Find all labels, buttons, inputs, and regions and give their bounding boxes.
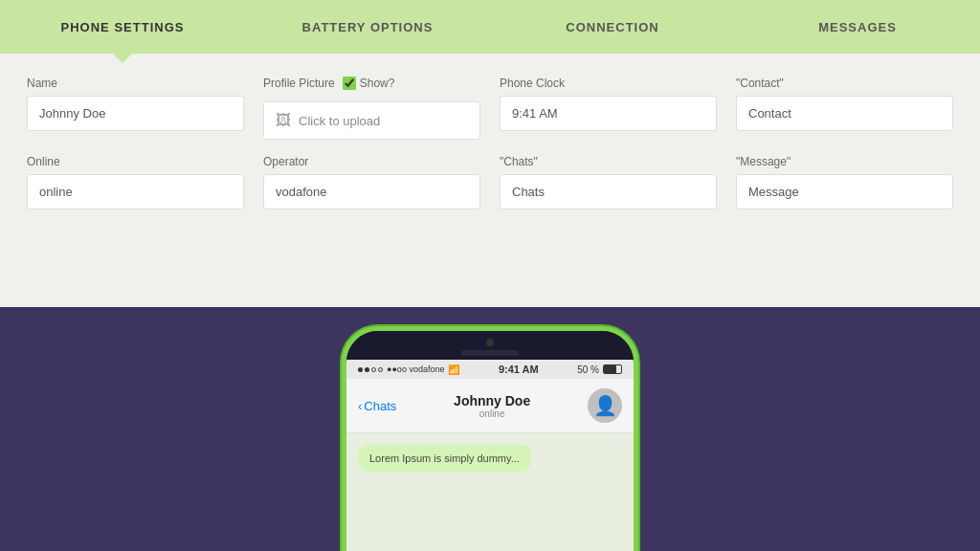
phone-clock-label: Phone Clock [500, 77, 717, 90]
online-input[interactable] [27, 174, 244, 209]
nav-label-messages: MESSAGES [818, 20, 897, 34]
chat-body: Lorem Ipsum is simply dummy... [346, 433, 634, 551]
name-label: Name [27, 77, 244, 90]
battery-bar [603, 364, 622, 374]
phone-frame: ●●oo vodafone 📶 9:41 AM 50 % ‹ Chats Joh [342, 326, 638, 551]
name-input[interactable] [27, 96, 244, 131]
phone-side-btn-left-mid2 [342, 474, 345, 513]
signal-dot-3 [371, 367, 376, 372]
phone-clock-field-group: Phone Clock [500, 77, 717, 140]
phone-speaker [461, 350, 519, 356]
online-label: Online [27, 155, 244, 168]
name-field-group: Name [27, 77, 244, 140]
phone-side-btn-right [635, 408, 638, 436]
battery-percent: 50 % [577, 364, 599, 375]
phone-side-btn-left-top [342, 398, 345, 417]
chat-title-block: Johnny Doe online [404, 393, 580, 419]
phone-camera [486, 339, 494, 346]
nav-label-phone-settings: PHONE SETTINGS [61, 20, 185, 34]
upload-text: Click to upload [299, 114, 380, 128]
chats-field-group: "Chats" [500, 155, 717, 209]
nav-label-connection: CONNECTION [566, 20, 658, 34]
fields-grid: Name Profile Picture Show? 🖼 Click to up… [27, 77, 953, 209]
nav-item-connection[interactable]: CONNECTION [490, 0, 735, 54]
operator-input[interactable] [263, 174, 480, 209]
phone-preview-section: ●●oo vodafone 📶 9:41 AM 50 % ‹ Chats Joh [0, 307, 980, 551]
upload-box[interactable]: 🖼 Click to upload [263, 101, 480, 140]
chats-input[interactable] [500, 174, 717, 209]
chat-name: Johnny Doe [404, 393, 580, 408]
battery-fill [604, 365, 616, 373]
top-nav: PHONE SETTINGS BATTERY OPTIONS CONNECTIO… [0, 0, 980, 54]
contact-input[interactable] [736, 96, 953, 131]
wifi-icon: 📶 [448, 364, 459, 375]
phone-side-btn-left-mid1 [342, 427, 345, 465]
nav-item-messages[interactable]: MESSAGES [735, 0, 980, 54]
profile-header: Profile Picture Show? [263, 77, 480, 90]
nav-label-battery-options: BATTERY OPTIONS [302, 20, 434, 34]
phone-screen: ‹ Chats Johnny Doe online 👤 Lorem Ipsum … [346, 379, 634, 551]
settings-panel: Name Profile Picture Show? 🖼 Click to up… [0, 54, 980, 307]
chat-message: Lorem Ipsum is simply dummy... [358, 445, 531, 472]
status-right: 50 % [577, 364, 622, 375]
contact-field-group: "Contact" [736, 77, 953, 140]
message-input[interactable] [736, 174, 953, 209]
signal-dot-4 [378, 367, 383, 372]
operator-display: ●●oo vodafone [387, 364, 444, 374]
online-field-group: Online [27, 155, 244, 209]
phone-top-bar [346, 331, 634, 360]
signal-dot-2 [365, 367, 369, 372]
show-checkbox-label[interactable]: Show? [343, 77, 395, 90]
phone-time-display: 9:41 AM [499, 364, 539, 375]
nav-item-battery-options[interactable]: BATTERY OPTIONS [245, 0, 490, 54]
phone-clock-input[interactable] [500, 96, 717, 131]
back-button[interactable]: ‹ Chats [358, 399, 396, 413]
profile-picture-field-group: Profile Picture Show? 🖼 Click to upload [263, 77, 480, 140]
phone-status-bar: ●●oo vodafone 📶 9:41 AM 50 % [346, 360, 634, 379]
signal-dots [358, 367, 383, 372]
nav-item-phone-settings[interactable]: PHONE SETTINGS [0, 0, 245, 54]
signal-dot-1 [358, 367, 363, 372]
show-label-text: Show? [360, 77, 395, 90]
avatar: 👤 [588, 388, 622, 423]
image-icon: 🖼 [276, 112, 291, 129]
chevron-left-icon: ‹ [358, 399, 362, 413]
status-left: ●●oo vodafone 📶 [358, 364, 459, 375]
operator-label: Operator [263, 155, 480, 168]
contact-label: "Contact" [736, 77, 953, 90]
message-label: "Message" [736, 155, 953, 168]
show-checkbox[interactable] [343, 77, 356, 90]
chat-header: ‹ Chats Johnny Doe online 👤 [346, 379, 634, 433]
profile-label: Profile Picture [263, 77, 335, 90]
back-label: Chats [364, 399, 396, 413]
chats-label: "Chats" [500, 155, 717, 168]
chat-status: online [404, 408, 580, 419]
operator-field-group: Operator [263, 155, 480, 209]
avatar-icon: 👤 [593, 394, 617, 417]
message-field-group: "Message" [736, 155, 953, 209]
